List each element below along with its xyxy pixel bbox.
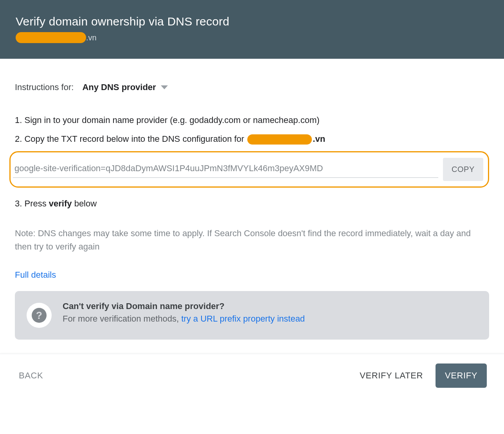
redacted-domain-inline [247, 134, 312, 145]
verify-later-button[interactable]: VERIFY LATER [358, 367, 425, 385]
instructions-label: Instructions for: [15, 82, 74, 92]
dialog-header: Verify domain ownership via DNS record .… [0, 0, 504, 59]
full-details-link[interactable]: Full details [15, 270, 56, 280]
dialog-content: Instructions for: Any DNS provider 1. Si… [0, 59, 504, 354]
step-2-text: 2. Copy the TXT record below into the DN… [15, 134, 247, 144]
redacted-domain [16, 32, 86, 43]
step-3-bold: verify [49, 199, 72, 208]
question-mark-icon: ? [32, 308, 47, 323]
chevron-down-icon [161, 85, 168, 89]
note-text: Note: DNS changes may take some time to … [15, 227, 489, 253]
txt-record-value[interactable]: google-site-verification=qJD8daDymAWSI1P… [13, 161, 438, 178]
verify-button[interactable]: VERIFY [436, 363, 487, 388]
dns-provider-select[interactable]: Any DNS provider [82, 82, 167, 92]
step-2: 2. Copy the TXT record below into the DN… [15, 132, 489, 146]
step-1: 1. Sign in to your domain name provider … [15, 114, 489, 127]
alternate-method-text: Can't verify via Domain name provider? F… [63, 301, 305, 324]
alternate-prefix: For more verification methods, [63, 314, 181, 324]
url-prefix-link[interactable]: try a URL prefix property instead [181, 314, 305, 324]
dialog-footer: BACK VERIFY LATER VERIFY [0, 354, 504, 398]
domain-display: .vn [16, 32, 488, 43]
instruction-steps: 1. Sign in to your domain name provider … [15, 114, 489, 210]
step-3-suffix: below [72, 199, 97, 208]
dialog-title: Verify domain ownership via DNS record [16, 15, 488, 28]
copy-button[interactable]: COPY [443, 158, 483, 181]
step-3: 3. Press verify below [15, 197, 489, 210]
alternate-title: Can't verify via Domain name provider? [63, 301, 305, 311]
help-icon: ? [27, 303, 52, 328]
txt-record-box: google-site-verification=qJD8daDymAWSI1P… [9, 151, 489, 188]
alternate-method-box: ? Can't verify via Domain name provider?… [15, 291, 489, 340]
step-2-domain-suffix: .vn [313, 134, 325, 144]
provider-row: Instructions for: Any DNS provider [15, 82, 489, 92]
dns-provider-value: Any DNS provider [82, 82, 156, 92]
back-button[interactable]: BACK [17, 367, 45, 385]
domain-suffix: .vn [86, 33, 97, 42]
step-3-prefix: 3. Press [15, 199, 49, 208]
alternate-body: For more verification methods, try a URL… [63, 314, 305, 324]
